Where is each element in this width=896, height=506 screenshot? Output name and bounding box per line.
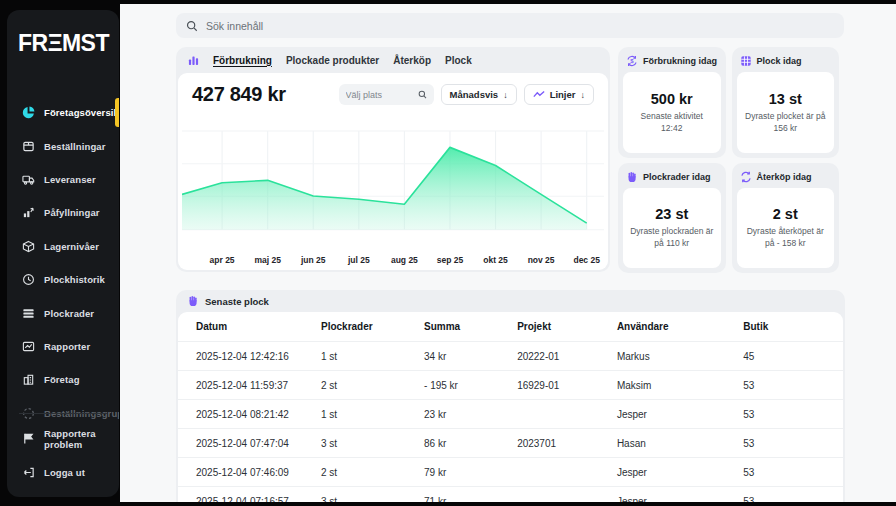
cell-projekt [517, 400, 617, 429]
tab-forbrukning[interactable]: Förbrukning [213, 55, 272, 66]
cell-plockrader: 1 st [321, 342, 424, 371]
cell-projekt: 16929-01 [517, 371, 617, 400]
senaste-plock-table: Datum Plockrader Summa Projekt Användare… [178, 312, 843, 506]
cell-anvandare: Hasan [617, 429, 743, 458]
sidebar-item-pafyllningar[interactable]: Påfyllningar [7, 196, 119, 229]
cell-projekt: 2023701 [517, 429, 617, 458]
x-axis-label: apr 25 [210, 255, 235, 265]
cell-projekt: 20222-01 [517, 342, 617, 371]
style-dropdown-label: Linjer [550, 89, 576, 100]
hand-icon [187, 295, 199, 307]
stat-card-title: Plockrader idag [643, 172, 711, 182]
x-axis-label: okt 25 [483, 255, 508, 265]
sidebar-item-label: Leveranser [44, 174, 96, 185]
table-row[interactable]: 2025-12-04 07:46:09 2 st 79 kr Jesper 53 [178, 458, 843, 487]
stat-subtitle: Senaste aktivitet 12:42 [630, 111, 714, 135]
logout-icon [22, 466, 35, 479]
rows-icon [22, 307, 35, 320]
grid-icon [740, 55, 752, 67]
cell-summa: 86 kr [424, 429, 517, 458]
col-header-projekt: Projekt [517, 312, 617, 342]
stat-value: 500 kr [651, 91, 693, 107]
cell-butik: 53 [743, 429, 843, 458]
sidebar-item-logga-ut[interactable]: Logga ut [7, 456, 119, 489]
stat-card-body: 2 st Dyraste återköpet är på - 158 kr [737, 188, 835, 268]
sidebar-item-plockhistorik[interactable]: Plockhistorik [7, 263, 119, 296]
sidebar-panel: FRΞMST Företagsöversikt Beställningar L [7, 10, 119, 497]
pie-chart-icon [22, 106, 35, 119]
chart-card: 427 849 kr Månadsvis ↓ Linjer [178, 73, 608, 270]
sidebar-item-label: Beställningar [44, 141, 105, 152]
cell-datum: 2025-12-04 12:42:16 [178, 342, 321, 371]
flag-icon [22, 432, 35, 445]
cell-plockrader: 2 st [321, 371, 424, 400]
sidebar-item-label: Plockrader [44, 308, 94, 319]
building-icon [22, 373, 35, 386]
history-clock-icon [22, 273, 35, 286]
table-title: Senaste plock [205, 296, 269, 307]
stat-card-body: 23 st Dyraste plockraden är på 110 kr [623, 188, 721, 268]
x-axis-label: sep 25 [437, 255, 463, 265]
sidebar-item-label: Logga ut [44, 467, 85, 478]
cell-anvandare: Jesper [617, 458, 743, 487]
sidebar-item-lagernivaer[interactable]: Lagernivåer [7, 230, 119, 263]
sidebar-item-foretag[interactable]: Företag [7, 363, 119, 396]
search-input[interactable] [206, 20, 834, 32]
cell-butik: 45 [743, 342, 843, 371]
stat-subtitle: Dyraste återköpet är på - 158 kr [744, 226, 828, 250]
senaste-plock-section: Senaste plock Datum Plockrader Summa Pro… [176, 290, 845, 506]
stat-card-body: 13 st Dyraste plocket är på 156 kr [737, 72, 835, 153]
cell-plockrader: 3 st [321, 429, 424, 458]
sidebar-item-leveranser[interactable]: Leveranser [7, 163, 119, 196]
stat-value: 2 st [773, 206, 798, 222]
tab-plockade-produkter[interactable]: Plockade produkter [286, 55, 379, 66]
table-row[interactable]: 2025-12-04 12:42:16 1 st 34 kr 20222-01 … [178, 342, 843, 371]
table-row[interactable]: 2025-12-04 07:47:04 3 st 86 kr 2023701 H… [178, 429, 843, 458]
period-dropdown[interactable]: Månadsvis ↓ [441, 84, 517, 105]
sidebar-item-plockrader[interactable]: Plockrader [7, 296, 119, 329]
stat-cards: $ Förbrukning idag 500 kr Senaste aktivi… [618, 47, 839, 273]
col-header-summa: Summa [424, 312, 517, 342]
cell-anvandare: Maksim [617, 371, 743, 400]
cell-plockrader: 2 st [321, 458, 424, 487]
svg-text:$: $ [630, 58, 634, 64]
sidebar-item-rapporter[interactable]: Rapporter [7, 330, 119, 363]
cell-butik: 53 [743, 400, 843, 429]
style-dropdown[interactable]: Linjer ↓ [524, 84, 594, 105]
tab-plock[interactable]: Plock [445, 55, 472, 66]
sidebar-item-foretagsoversikt[interactable]: Företagsöversikt [7, 96, 119, 129]
table-row[interactable]: 2025-12-04 08:21:42 1 st 23 kr Jesper 53 [178, 400, 843, 429]
sidebar-item-label: Påfyllningar [44, 207, 100, 218]
chart-controls: Månadsvis ↓ Linjer ↓ [339, 84, 594, 105]
cell-summa: 34 kr [424, 342, 517, 371]
tab-aterkop[interactable]: Återköp [393, 55, 431, 66]
sidebar-item-bestallningar[interactable]: Beställningar [7, 129, 119, 162]
chevron-down-icon: ↓ [581, 90, 586, 100]
stat-card-title: Förbrukning idag [643, 56, 717, 66]
consumption-area-chart [182, 125, 604, 245]
cell-datum: 2025-12-04 07:46:09 [178, 458, 321, 487]
cell-projekt [517, 458, 617, 487]
sidebar-item-label: Plockhistorik [44, 274, 105, 285]
chart-tabs: Förbrukning Plockade produkter Återköp P… [176, 47, 610, 73]
area-chart-svg [182, 125, 604, 245]
sidebar-item-label: Rapportera problem [44, 428, 119, 450]
window-top-edge [0, 0, 896, 4]
table-row[interactable]: 2025-12-04 11:59:37 2 st - 195 kr 16929-… [178, 371, 843, 400]
stat-value: 23 st [655, 206, 688, 222]
sidebar-divider [19, 413, 107, 414]
stat-card-aterkop-idag: Återköp idag 2 st Dyraste återköpet är p… [732, 163, 840, 273]
cell-summa: 79 kr [424, 458, 517, 487]
table-card: Datum Plockrader Summa Projekt Användare… [178, 312, 843, 506]
x-axis-label: nov 25 [528, 255, 555, 265]
sidebar-item-rapportera-problem[interactable]: Rapportera problem [7, 422, 119, 455]
cell-plockrader: 1 st [321, 400, 424, 429]
report-chart-icon [22, 340, 35, 353]
refresh-icon [740, 171, 752, 183]
plats-input[interactable] [346, 90, 414, 100]
search-icon [418, 90, 427, 99]
bar-chart-icon [188, 55, 199, 66]
truck-icon [22, 173, 35, 186]
col-header-datum: Datum [178, 312, 321, 342]
x-axis-labels: apr 25maj 25jun 25jul 25aug 25sep 25okt … [182, 255, 604, 269]
